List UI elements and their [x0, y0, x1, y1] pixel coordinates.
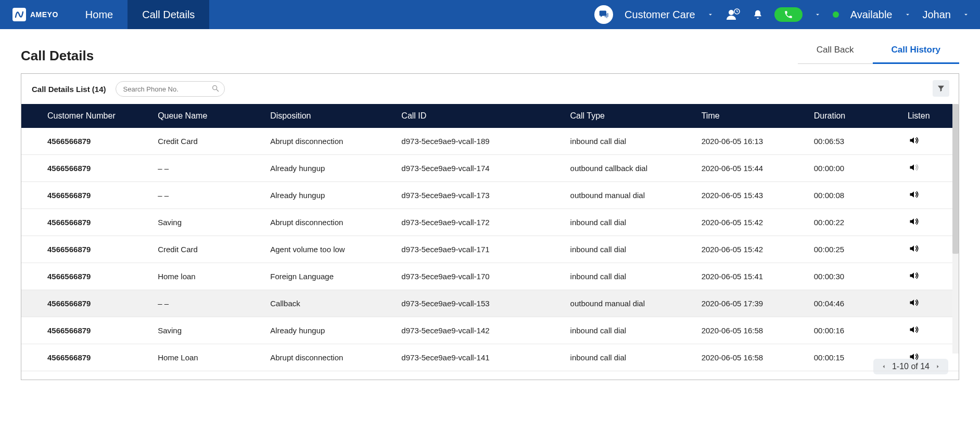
speaker-icon[interactable] — [908, 351, 920, 362]
table-row[interactable]: 4566566879SavingAbrupt disconnectiond973… — [21, 209, 959, 236]
chevron-down-icon[interactable] — [962, 11, 970, 18]
cell-queue-name: Credit Card — [152, 128, 265, 155]
speaker-icon[interactable] — [908, 243, 920, 254]
bell-icon[interactable] — [753, 9, 763, 20]
page-title: Call Details — [21, 48, 94, 64]
speaker-icon[interactable] — [908, 216, 920, 227]
tab-call-details[interactable]: Call Details — [128, 0, 209, 29]
cell-disposition: Abrupt disconnection — [265, 209, 396, 236]
speaker-icon[interactable] — [908, 297, 920, 308]
tab-home[interactable]: Home — [71, 0, 128, 29]
cell-listen — [902, 182, 959, 209]
topbar-right: Customer Care Available Johan — [594, 5, 970, 24]
call-button[interactable] — [774, 7, 803, 22]
cell-duration: 00:04:46 — [809, 290, 902, 317]
cell-time: 2020-06-05 16:58 — [696, 317, 809, 344]
chevron-down-icon[interactable] — [707, 11, 714, 18]
cell-call-id: d973-5ece9ae9-vcall-174 — [396, 155, 565, 182]
table-row[interactable]: 4566566879SavingAlready hungupd973-5ece9… — [21, 317, 959, 344]
col-time[interactable]: Time — [696, 104, 809, 128]
svg-point-0 — [729, 10, 734, 15]
user-menu[interactable]: Johan — [923, 9, 951, 21]
cell-duration: 00:00:08 — [809, 182, 902, 209]
search-wrap — [116, 81, 225, 97]
speaker-icon[interactable] — [908, 324, 920, 335]
cell-disposition: Abrupt disconnection — [265, 128, 396, 155]
cell-time: 2020-06-05 15:43 — [696, 182, 809, 209]
table-row[interactable]: 4566566879Home loanForeign Languaged973-… — [21, 263, 959, 290]
cell-queue-name: Home loan — [152, 263, 265, 290]
cell-listen — [902, 344, 959, 371]
cell-customer-number: 4566566879 — [21, 236, 152, 263]
campaign-selector[interactable]: Customer Care — [625, 9, 695, 21]
speaker-icon[interactable] — [908, 270, 920, 281]
col-disposition[interactable]: Disposition — [265, 104, 396, 128]
cell-call-type: outbound manual dial — [565, 182, 696, 209]
cell-customer-number: 4566566879 — [21, 317, 152, 344]
cell-duration: 00:00:15 — [809, 344, 902, 371]
search-icon[interactable] — [211, 84, 220, 93]
col-call-id[interactable]: Call ID — [396, 104, 565, 128]
cell-customer-number: 4566566879 — [21, 155, 152, 182]
scrollbar-thumb[interactable] — [952, 104, 959, 254]
cell-listen — [902, 209, 959, 236]
chevron-down-icon[interactable] — [904, 11, 911, 18]
cell-disposition: Agent volume too low — [265, 236, 396, 263]
cell-queue-name: Saving — [152, 209, 265, 236]
col-queue-name[interactable]: Queue Name — [152, 104, 265, 128]
cell-customer-number: 4566566879 — [21, 290, 152, 317]
subtabs: Call Back Call History — [798, 40, 959, 64]
cell-customer-number: 4566566879 — [21, 182, 152, 209]
cell-listen — [902, 263, 959, 290]
search-input[interactable] — [116, 81, 225, 97]
col-call-type[interactable]: Call Type — [565, 104, 696, 128]
col-listen[interactable]: Listen — [902, 104, 959, 128]
chevron-down-icon[interactable] — [814, 11, 821, 18]
cell-listen — [902, 128, 959, 155]
presence-status[interactable]: Available — [850, 9, 893, 21]
cell-listen — [902, 236, 959, 263]
cell-duration: 00:00:30 — [809, 263, 902, 290]
cell-customer-number: 4566566879 — [21, 344, 152, 371]
cell-time: 2020-06-05 15:44 — [696, 155, 809, 182]
speaker-icon — [908, 162, 920, 173]
brand-name: AMEYO — [30, 10, 58, 19]
subtab-call-history[interactable]: Call History — [873, 40, 959, 64]
cell-listen — [902, 317, 959, 344]
cell-call-id: d973-5ece9ae9-vcall-142 — [396, 317, 565, 344]
table-row[interactable]: 4566566879Home LoanAbrupt disconnectiond… — [21, 344, 959, 371]
cell-time: 2020-06-05 15:41 — [696, 263, 809, 290]
top-tabs: Home Call Details — [71, 0, 210, 29]
cell-disposition: Callback — [265, 290, 396, 317]
table-row[interactable]: 4566566879– –Already hungupd973-5ece9ae9… — [21, 155, 959, 182]
cell-call-type: inbound call dial — [565, 263, 696, 290]
page-header: Call Details Call Back Call History — [21, 40, 959, 64]
cell-customer-number: 4566566879 — [21, 263, 152, 290]
svg-line-3 — [217, 89, 219, 92]
cell-call-id: d973-5ece9ae9-vcall-189 — [396, 128, 565, 155]
col-customer-number[interactable]: Customer Number — [21, 104, 152, 128]
table-row[interactable]: 4566566879– –Callbackd973-5ece9ae9-vcall… — [21, 290, 959, 317]
cell-call-id: d973-5ece9ae9-vcall-172 — [396, 209, 565, 236]
brand-logo-icon — [12, 8, 26, 21]
table-row[interactable]: 4566566879Credit CardAgent volume too lo… — [21, 236, 959, 263]
cell-disposition: Already hungup — [265, 317, 396, 344]
chat-icon[interactable] — [594, 5, 613, 24]
cell-listen — [902, 290, 959, 317]
table-row[interactable]: 4566566879Credit CardAbrupt disconnectio… — [21, 128, 959, 155]
speaker-icon[interactable] — [908, 189, 920, 200]
cell-duration: 00:00:22 — [809, 209, 902, 236]
cell-listen — [902, 155, 959, 182]
col-duration[interactable]: Duration — [809, 104, 902, 128]
cell-customer-number: 4566566879 — [21, 128, 152, 155]
cell-call-id: d973-5ece9ae9-vcall-173 — [396, 182, 565, 209]
speaker-icon[interactable] — [908, 135, 920, 146]
cell-disposition: Foreign Language — [265, 263, 396, 290]
subtab-call-back[interactable]: Call Back — [798, 40, 873, 64]
cell-queue-name: Credit Card — [152, 236, 265, 263]
filter-button[interactable] — [933, 80, 949, 97]
cell-queue-name: – – — [152, 182, 265, 209]
agent-status-icon[interactable] — [726, 8, 741, 21]
table-row[interactable]: 4566566879– –Already hungupd973-5ece9ae9… — [21, 182, 959, 209]
cell-duration: 00:06:53 — [809, 128, 902, 155]
